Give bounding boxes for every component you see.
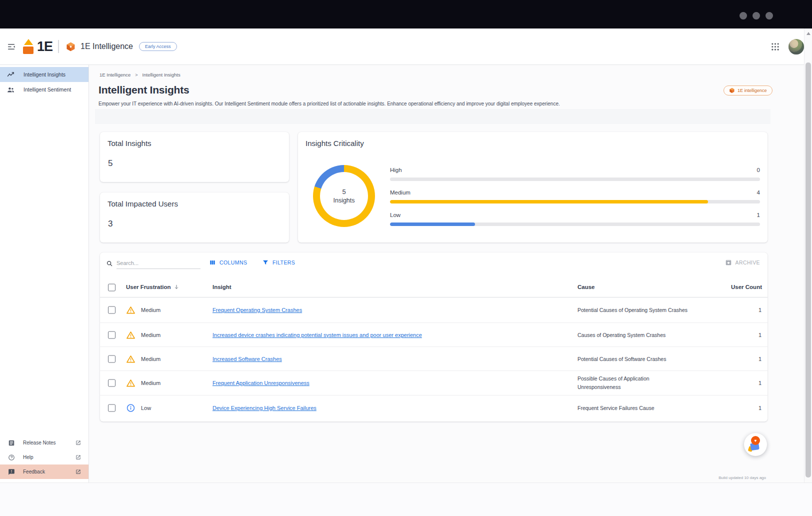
insight-link[interactable]: Device Experiencing High Service Failure…: [212, 405, 316, 411]
warning-triangle-icon: [126, 306, 136, 315]
filter-funnel-icon: [262, 259, 269, 266]
archive-button[interactable]: ARCHIVE: [725, 259, 760, 266]
collapse-sidebar-icon[interactable]: [6, 42, 16, 52]
search-box: [106, 258, 200, 269]
footer-item-label: Release Notes: [23, 440, 56, 446]
assistant-fab-button[interactable]: ♥: [744, 433, 767, 456]
window-dot: [740, 12, 747, 20]
sidebar-item-feedback[interactable]: Feedback: [0, 464, 88, 479]
sidebar: Intelligent Insights Intelligent Sentime…: [0, 65, 89, 482]
total-impacted-users-card: Total Impacted Users 3: [100, 192, 289, 242]
external-link-icon: [76, 454, 81, 460]
app-header: 1E 1E Intelligence Early Access: [0, 28, 812, 65]
columns-button[interactable]: COLUMNS: [209, 259, 247, 266]
insight-link[interactable]: Frequent Operating System Crashes: [212, 307, 302, 313]
info-circle-icon: [126, 404, 136, 413]
archive-icon: [725, 259, 732, 266]
search-input[interactable]: [116, 258, 200, 269]
user-count: 1: [758, 307, 762, 313]
page-title: Intelligent Insights: [98, 84, 190, 96]
stat-card-value: 5: [108, 158, 112, 168]
filters-button[interactable]: FILTERS: [262, 259, 295, 266]
sidebar-footer: Release Notes Help: [0, 436, 88, 479]
cause-text: Causes of Operating System Crashes: [578, 330, 692, 339]
row-checkbox[interactable]: [108, 355, 116, 362]
row-checkbox[interactable]: [108, 380, 116, 387]
insight-link[interactable]: Increased Software Crashes: [212, 356, 282, 362]
help-circle-icon: [8, 454, 15, 461]
mascot-icon: ♥: [751, 436, 760, 445]
table-header-row: User Frustration Insight Cause User Coun…: [100, 278, 768, 298]
sidebar-item-help[interactable]: Help: [0, 450, 88, 464]
product-name: 1E Intelligence: [80, 42, 133, 51]
cause-text: Potential Causes of Operating System Cra…: [578, 306, 692, 314]
breadcrumb-separator: [135, 72, 138, 78]
vertical-scrollbar[interactable]: [804, 28, 812, 482]
sort-descending-icon: [174, 284, 180, 290]
table-row: Medium Increased device crashes indicati…: [100, 323, 768, 347]
severity-label: Medium: [141, 307, 160, 313]
chart-title: Insights Criticality: [306, 139, 364, 148]
cause-text: Possible Causes of Application Unrespons…: [578, 374, 692, 392]
sidebar-item-intelligent-sentiment[interactable]: Intelligent Sentiment: [0, 82, 88, 97]
build-status: Build updated 10 days ago: [718, 476, 766, 480]
warning-triangle-icon: [126, 330, 136, 340]
warning-triangle-icon: [126, 378, 136, 388]
severity-label: Low: [141, 405, 151, 411]
user-avatar[interactable]: [788, 39, 804, 54]
intelligence-cube-icon: [66, 42, 76, 52]
sidebar-item-release-notes[interactable]: Release Notes: [0, 436, 88, 450]
severity-label: Medium: [141, 356, 160, 362]
row-checkbox[interactable]: [108, 404, 116, 412]
stat-card-title: Total Impacted Users: [108, 200, 178, 208]
user-count: 1: [758, 380, 762, 386]
cause-text: Potential Causes of Software Crashes: [578, 354, 692, 363]
row-checkbox[interactable]: [108, 331, 116, 338]
legend-value-high: 0: [757, 167, 760, 173]
sidebar-item-label: Intelligent Sentiment: [24, 86, 71, 92]
page-bottom-strip: [0, 482, 812, 516]
footer-item-label: Help: [23, 454, 34, 460]
line-chart-icon: [6, 70, 15, 79]
bar-low: [390, 222, 760, 226]
user-count: 1: [758, 405, 762, 411]
bar-high: [390, 178, 760, 181]
total-insights-card: Total Insights 5: [100, 132, 289, 182]
scrollbar-thumb[interactable]: [806, 62, 811, 478]
table-row: Medium Frequent Application Unresponsive…: [100, 371, 768, 396]
stat-card-title: Total Insights: [108, 139, 152, 148]
window-dot: [766, 12, 773, 20]
main-content: 1E Intelligence Intelligent Insights Int…: [89, 65, 804, 482]
1e-logo-icon: [22, 38, 36, 56]
people-icon: [6, 86, 15, 94]
corner-badge-label: 1E intelligence: [738, 88, 767, 93]
scrollbar-up-arrow-icon[interactable]: [806, 32, 810, 35]
app-window: 1E 1E Intelligence Early Access: [0, 28, 812, 482]
column-header-user-frustration[interactable]: User Frustration: [126, 284, 180, 290]
columns-icon: [209, 259, 216, 266]
header-divider: [58, 40, 59, 53]
bar-medium: [390, 200, 760, 204]
insight-link[interactable]: Frequent Application Unresponsiveness: [212, 380, 310, 386]
document-icon: [8, 440, 15, 446]
breadcrumb-current: Intelligent Insights: [142, 72, 180, 78]
column-header-cause: Cause: [578, 284, 595, 290]
user-count: 1: [758, 332, 762, 338]
legend-value-medium: 4: [757, 190, 760, 196]
select-all-checkbox[interactable]: [108, 284, 116, 292]
insights-table-card: COLUMNS FILTERS ARCHIVE: [100, 252, 768, 422]
sidebar-item-intelligent-insights[interactable]: Intelligent Insights: [0, 67, 88, 82]
external-link-icon: [76, 440, 81, 446]
apps-grid-icon[interactable]: [771, 42, 780, 51]
window-dot: [752, 12, 760, 20]
warning-triangle-icon: [126, 354, 136, 364]
intelligence-cube-icon: [729, 88, 735, 94]
legend-value-low: 1: [757, 212, 760, 218]
intelligence-corner-badge: 1E intelligence: [724, 86, 772, 96]
insights-criticality-card: Insights Criticality 5 Insights High 0 M…: [298, 132, 768, 242]
row-checkbox[interactable]: [108, 306, 116, 314]
cause-text: Frequent Service Failures Cause: [578, 404, 692, 412]
severity-label: Medium: [141, 380, 160, 386]
insight-link[interactable]: Increased device crashes indicating pote…: [212, 332, 422, 338]
breadcrumb-parent[interactable]: 1E Intelligence: [100, 72, 130, 78]
